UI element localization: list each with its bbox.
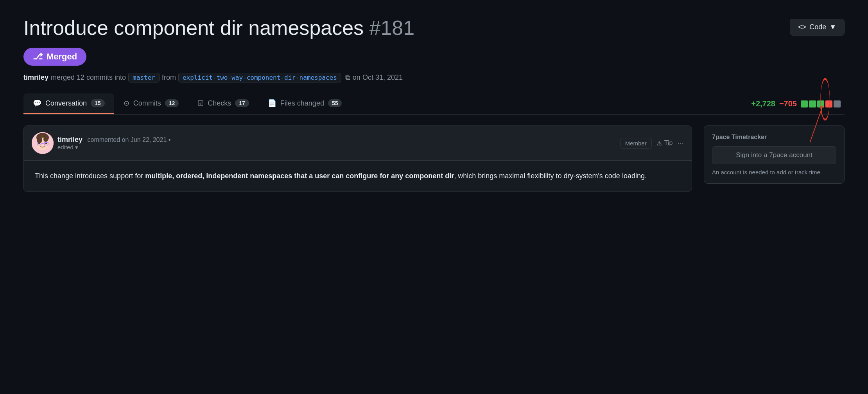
conversation-icon: 💬 <box>33 99 41 107</box>
main-content: timriley commented on Jun 22, 2021 • edi… <box>23 125 845 192</box>
tab-files-count: 55 <box>328 99 342 107</box>
code-button-label: Code <box>809 23 826 31</box>
svg-point-0 <box>821 79 830 120</box>
sidebar: 7pace Timetracker Sign into a 7pace acco… <box>704 125 845 192</box>
source-branch[interactable]: explicit-two-way-component-dir-namespace… <box>178 73 341 82</box>
tabs-container: 💬 Conversation 15 ⊙ Commits 12 ☑ Checks … <box>23 93 845 115</box>
copy-icon[interactable]: ⧉ <box>345 73 350 82</box>
code-icon: <> <box>798 23 806 31</box>
tab-commits[interactable]: ⊙ Commits 12 <box>114 93 188 114</box>
merge-action: merged 12 commits into <box>51 73 126 82</box>
svg-point-12 <box>43 136 48 142</box>
tab-commits-count: 12 <box>165 99 179 107</box>
tab-checks-label: Checks <box>208 99 231 107</box>
avatar <box>32 132 54 154</box>
target-branch[interactable]: master <box>128 73 160 82</box>
tip-icon: ⚠ <box>656 140 662 147</box>
page-title: Introduce component dir namespaces #181 <box>23 16 414 40</box>
pr-title-text: Introduce component dir namespaces <box>23 16 364 39</box>
tabs-row: 💬 Conversation 15 ⊙ Commits 12 ☑ Checks … <box>23 93 845 115</box>
chevron-down-icon: ▾ <box>75 144 78 151</box>
comment-actions: Member ⚠ Tip ··· <box>620 138 684 149</box>
comment-author[interactable]: timriley <box>57 136 82 143</box>
comment-header-left: timriley commented on Jun 22, 2021 • edi… <box>32 132 170 154</box>
pr-number: #181 <box>369 16 415 39</box>
tab-files-changed[interactable]: 📄 Files changed 55 <box>258 93 352 114</box>
commits-icon: ⊙ <box>124 99 129 107</box>
tab-conversation[interactable]: 💬 Conversation 15 <box>23 93 114 114</box>
sign-in-button[interactable]: Sign into a 7pace account <box>712 146 836 164</box>
diff-block-4 <box>825 100 832 107</box>
diff-block-1 <box>801 100 808 107</box>
diff-block-2 <box>809 100 816 107</box>
code-button[interactable]: <> Code ▼ <box>790 19 845 36</box>
avatar-svg <box>32 132 54 154</box>
tab-checks-count: 17 <box>235 99 249 107</box>
merge-icon: ⎇ <box>33 52 43 62</box>
merged-badge: ⎇ Merged <box>23 48 86 66</box>
svg-point-10 <box>45 143 47 144</box>
merge-author[interactable]: timriley <box>23 73 48 82</box>
comment-body: This change introduces support for multi… <box>24 161 692 192</box>
merge-date: on Oct 31, 2021 <box>353 73 403 82</box>
sidebar-widget-timetracker: 7pace Timetracker Sign into a 7pace acco… <box>704 125 845 184</box>
chevron-down-icon: ▼ <box>829 23 836 31</box>
from-text: from <box>162 73 176 82</box>
diff-block-5 <box>834 100 841 107</box>
member-badge: Member <box>620 138 652 149</box>
svg-point-11 <box>37 137 42 143</box>
more-button[interactable]: ··· <box>677 139 684 148</box>
comment-card: timriley commented on Jun 22, 2021 • edi… <box>23 125 692 192</box>
diff-stats: +2,728 −705 <box>751 99 845 108</box>
comment-header: timriley commented on Jun 22, 2021 • edi… <box>24 126 692 161</box>
tip-label: Tip <box>664 140 673 147</box>
diff-blocks <box>801 100 841 107</box>
conversation-pane: timriley commented on Jun 22, 2021 • edi… <box>23 125 692 192</box>
sidebar-widget-title: 7pace Timetracker <box>712 134 836 141</box>
tab-conversation-label: Conversation <box>45 99 87 107</box>
checks-icon: ☑ <box>197 99 204 107</box>
diff-block-3 <box>817 100 824 107</box>
diff-additions: +2,728 <box>751 99 775 108</box>
comment-date: commented on Jun 22, 2021 • <box>87 136 170 143</box>
tab-checks[interactable]: ☑ Checks 17 <box>188 93 258 114</box>
comment-text: This change introduces support for multi… <box>35 170 681 182</box>
tab-commits-label: Commits <box>133 99 161 107</box>
tip-button[interactable]: ⚠ Tip <box>656 140 673 147</box>
diff-deletions: −705 <box>779 99 797 108</box>
files-icon: 📄 <box>268 99 276 107</box>
comment-edited[interactable]: edited ▾ <box>57 144 170 151</box>
tab-conversation-count: 15 <box>91 99 105 107</box>
comment-author-row: timriley commented on Jun 22, 2021 • <box>57 136 170 144</box>
comment-author-info: timriley commented on Jun 22, 2021 • edi… <box>57 136 170 151</box>
tab-files-label: Files changed <box>280 99 324 107</box>
merged-label: Merged <box>47 52 77 62</box>
sidebar-hint: An account is needed to add or track tim… <box>712 169 836 176</box>
merge-info: timriley merged 12 commits into master f… <box>23 73 845 82</box>
